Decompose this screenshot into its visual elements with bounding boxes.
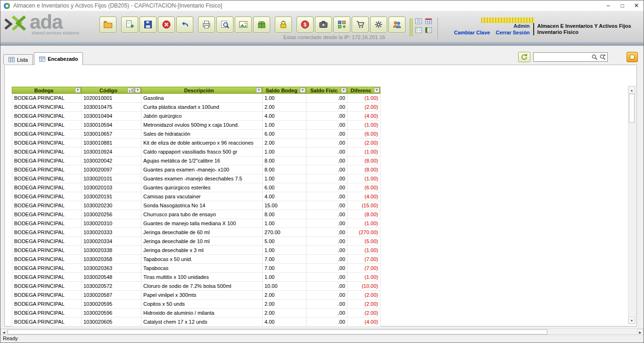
vertical-scrollbar[interactable] bbox=[628, 86, 636, 324]
components-button[interactable] bbox=[333, 16, 350, 33]
column-header[interactable]: Código 1 bbox=[82, 87, 141, 94]
cell-descripcion: Jabón quirúrgico bbox=[141, 112, 263, 120]
table-row[interactable]: BODEGA PRINCIPAL 1030010657 Sales de hid… bbox=[12, 130, 380, 139]
filter-dropdown-button[interactable] bbox=[135, 88, 140, 93]
cell-codigo: 1030020256 bbox=[82, 210, 141, 219]
table-row[interactable]: BODEGA PRINCIPAL 1030020596 Hidroxido de… bbox=[12, 309, 380, 318]
brand-chevrons-icon bbox=[4, 12, 29, 36]
table-row[interactable]: BODEGA PRINCIPAL 1030020363 Tapabocas 7.… bbox=[12, 264, 380, 273]
view-list-button[interactable] bbox=[414, 17, 423, 25]
add-record-button[interactable] bbox=[121, 16, 138, 33]
search-add-icon[interactable] bbox=[599, 54, 606, 60]
horizontal-scroll-thumb[interactable] bbox=[8, 329, 547, 335]
cell-saldo-fisico: .00 bbox=[306, 264, 347, 272]
table-row[interactable]: BODEGA PRINCIPAL 1030010594 Metronidazol… bbox=[12, 121, 380, 130]
toolbar-drag-handle[interactable] bbox=[410, 18, 413, 36]
table-row[interactable]: BODEGA PRINCIPAL 1030020572 Cloruro de s… bbox=[12, 282, 380, 291]
table-row[interactable]: BODEGA PRINCIPAL 1030020101 Guantes exam… bbox=[12, 174, 380, 183]
cell-descripcion: Caldo rappaport vassiliadis frasco 500 g… bbox=[141, 147, 263, 156]
change-password-link[interactable]: Cambiar Clave bbox=[454, 30, 490, 35]
column-header[interactable]: Saldo Bodeg bbox=[263, 87, 306, 94]
tab-lista[interactable]: Lista bbox=[3, 54, 33, 65]
toolbar-shadow-strip bbox=[0, 42, 644, 46]
table-row[interactable]: BODEGA PRINCIPAL 1030020548 Tiras multit… bbox=[12, 273, 380, 282]
cell-saldo-bodega: 2.00 bbox=[263, 103, 306, 111]
save-button[interactable] bbox=[140, 16, 157, 33]
column-header[interactable]: Descripción bbox=[141, 87, 263, 94]
cell-saldo-bodega: 1.00 bbox=[263, 121, 306, 129]
cell-saldo-bodega: 5.00 bbox=[263, 237, 306, 245]
table-row[interactable]: BODEGA PRINCIPAL 1030020097 Guantes para… bbox=[12, 165, 380, 174]
logout-link[interactable]: Cerrar Sesión bbox=[495, 30, 529, 35]
table-row[interactable]: BODEGA PRINCIPAL 1030020230 Sonda Nasogà… bbox=[12, 201, 380, 210]
currency-button[interactable]: $ bbox=[297, 16, 314, 33]
table-row[interactable]: BODEGA PRINCIPAL 1030010881 Kit de eliza… bbox=[12, 139, 380, 147]
table-row[interactable]: BODEGA PRINCIPAL 1030010494 Jabón quirúr… bbox=[12, 112, 380, 121]
camera-button[interactable] bbox=[315, 16, 332, 33]
table-row[interactable]: BODEGA PRINCIPAL 1030010475 Curita plást… bbox=[12, 103, 380, 112]
table-row[interactable]: BODEGA PRINCIPAL 1030020256 Churrusco pa… bbox=[12, 210, 380, 219]
undo-button[interactable] bbox=[176, 16, 193, 33]
cell-saldo-fisico: .00 bbox=[306, 139, 347, 147]
filter-dropdown-button[interactable] bbox=[75, 88, 81, 93]
table-row[interactable]: BODEGA PRINCIPAL 1030020605 Catalyst che… bbox=[12, 318, 380, 327]
column-header[interactable]: Diferenc bbox=[347, 87, 380, 94]
table-row[interactable]: BODEGA PRINCIPAL 1030020310 Guantes de m… bbox=[12, 219, 380, 228]
filter-dropdown-button[interactable] bbox=[256, 88, 262, 93]
horizontal-scrollbar[interactable] bbox=[0, 328, 644, 335]
delete-button[interactable] bbox=[158, 16, 175, 33]
table-row[interactable]: BODEGA PRINCIPAL 1030020587 Papel vinilp… bbox=[12, 291, 380, 300]
tools-button[interactable] bbox=[370, 16, 387, 33]
refresh-button[interactable] bbox=[518, 52, 530, 62]
preview-button[interactable] bbox=[216, 16, 233, 33]
maximize-button[interactable]: □ bbox=[615, 0, 629, 11]
column-header[interactable]: Bodega bbox=[12, 87, 82, 94]
search-icon[interactable] bbox=[591, 54, 598, 60]
view-export-button[interactable] bbox=[424, 26, 433, 34]
search-input[interactable] bbox=[535, 54, 590, 60]
users-button[interactable] bbox=[388, 16, 405, 33]
cart-button[interactable] bbox=[352, 16, 369, 33]
table-row[interactable]: BODEGA PRINCIPAL 1030020103 Guantes quir… bbox=[12, 183, 380, 192]
cell-codigo: 1030020596 bbox=[82, 309, 141, 317]
exit-button[interactable] bbox=[627, 52, 638, 62]
cell-descripcion: Tiras multitix x 100 unidades bbox=[141, 273, 263, 281]
package-button[interactable] bbox=[253, 16, 270, 33]
package-icon bbox=[257, 20, 266, 29]
table-row[interactable]: BODEGA PRINCIPAL 1030010924 Caldo rappap… bbox=[12, 147, 380, 156]
scroll-down-arrow[interactable] bbox=[628, 317, 635, 324]
lock-button[interactable] bbox=[275, 16, 292, 33]
table-row[interactable]: BODEGA PRINCIPAL 1020010001 Gasolina 1.0… bbox=[12, 94, 380, 103]
cell-diferencia: (1.00) bbox=[347, 174, 380, 183]
table-row[interactable]: BODEGA PRINCIPAL 1030020333 Jeringa dese… bbox=[12, 228, 380, 237]
tab-encabezado[interactable]: Encabezado bbox=[34, 52, 83, 65]
cell-diferencia: (2.00) bbox=[347, 103, 380, 111]
table-row[interactable]: BODEGA PRINCIPAL 1030020334 Jeringa dese… bbox=[12, 237, 380, 246]
table-row[interactable]: BODEGA PRINCIPAL 1030020191 Camisas para… bbox=[12, 192, 380, 201]
filter-dropdown-button[interactable] bbox=[300, 88, 305, 93]
cell-saldo-fisico: .00 bbox=[306, 147, 347, 156]
session-info: Admin Cambiar Clave Cerrar Sesión Almace… bbox=[454, 23, 631, 35]
cell-descripcion: Metronidazol ovulos 500mg x caja 10und. bbox=[141, 121, 263, 129]
table-row[interactable]: BODEGA PRINCIPAL 1030020042 Agujas metál… bbox=[12, 156, 380, 165]
cell-diferencia: (4.00) bbox=[347, 192, 380, 201]
new-folder-button[interactable] bbox=[99, 16, 116, 33]
print-button[interactable] bbox=[198, 16, 215, 33]
column-label: Saldo Bodeg bbox=[265, 88, 303, 93]
minimize-button[interactable]: – bbox=[601, 0, 615, 11]
filter-dropdown-button[interactable] bbox=[341, 88, 347, 93]
cell-codigo: 1030020230 bbox=[82, 201, 141, 210]
column-header[interactable]: Saldo Físic bbox=[306, 87, 347, 94]
scroll-up-arrow[interactable] bbox=[628, 86, 635, 93]
view-sheet-button[interactable] bbox=[424, 17, 433, 25]
table-row[interactable]: BODEGA PRINCIPAL 1030020358 Tapabocas x … bbox=[12, 255, 380, 264]
export-image-button[interactable] bbox=[235, 16, 252, 33]
close-button[interactable]: × bbox=[629, 0, 644, 11]
table-row[interactable]: BODEGA PRINCIPAL 1030020595 Copitos x 50… bbox=[12, 300, 380, 309]
cell-descripcion: Copitos x 50 unds bbox=[141, 300, 263, 308]
filter-dropdown-button[interactable] bbox=[374, 88, 380, 93]
table-row[interactable]: BODEGA PRINCIPAL 1030020338 Jeringa dese… bbox=[12, 246, 380, 255]
vertical-scroll-thumb[interactable] bbox=[629, 94, 635, 123]
view-details-button[interactable] bbox=[414, 26, 423, 34]
tab-label: Lista bbox=[17, 57, 28, 63]
